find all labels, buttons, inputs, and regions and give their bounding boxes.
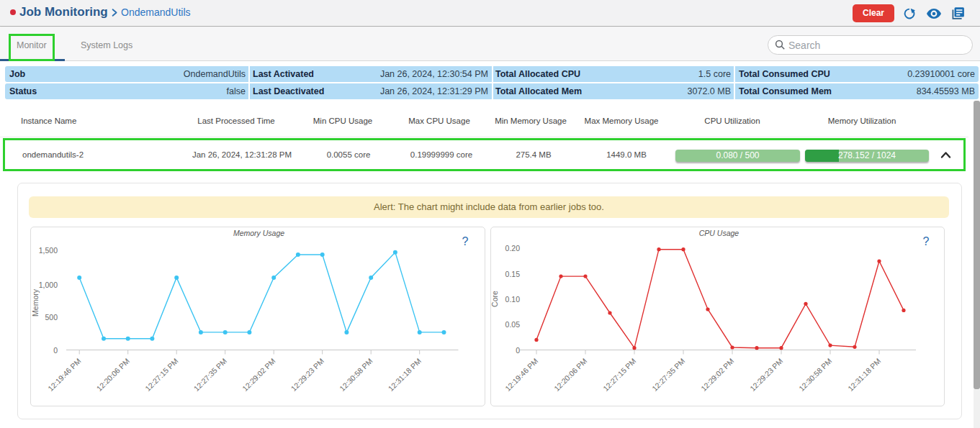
svg-text:0: 0 (53, 345, 58, 354)
svg-text:12:27:35 PM: 12:27:35 PM (650, 356, 687, 393)
svg-text:0: 0 (516, 345, 520, 354)
svg-text:12:30:58 PM: 12:30:58 PM (338, 356, 374, 393)
svg-text:1,500: 1,500 (39, 246, 58, 255)
svg-text:12:29:23 PM: 12:29:23 PM (748, 356, 785, 393)
svg-text:?: ? (462, 235, 469, 247)
svg-text:0.15: 0.15 (505, 269, 521, 278)
svg-text:12:27:15 PM: 12:27:15 PM (601, 356, 638, 393)
svg-text:12:31:18 PM: 12:31:18 PM (387, 356, 423, 393)
svg-text:12:19:46 PM: 12:19:46 PM (46, 356, 83, 393)
svg-text:Memory Usage: Memory Usage (233, 229, 284, 237)
svg-text:12:30:58 PM: 12:30:58 PM (797, 356, 834, 393)
svg-text:0.10: 0.10 (505, 294, 521, 303)
svg-text:12:27:15 PM: 12:27:15 PM (143, 356, 180, 393)
svg-text:Core: Core (490, 290, 499, 306)
svg-text:0.05: 0.05 (505, 320, 521, 329)
svg-text:?: ? (923, 235, 930, 247)
svg-text:12:19:46 PM: 12:19:46 PM (503, 356, 540, 393)
svg-text:CPU Usage: CPU Usage (699, 229, 740, 237)
svg-text:12:20:06 PM: 12:20:06 PM (552, 356, 589, 393)
svg-text:12:20:06 PM: 12:20:06 PM (95, 356, 132, 393)
svg-text:12:29:02 PM: 12:29:02 PM (240, 356, 277, 393)
svg-text:12:31:18 PM: 12:31:18 PM (846, 356, 883, 393)
svg-text:12:29:23 PM: 12:29:23 PM (289, 356, 326, 393)
svg-text:500: 500 (45, 313, 58, 322)
svg-text:Memory: Memory (31, 288, 40, 317)
svg-text:12:29:02 PM: 12:29:02 PM (699, 356, 736, 393)
svg-text:1,000: 1,000 (39, 281, 58, 289)
svg-text:12:27:35 PM: 12:27:35 PM (192, 356, 229, 393)
svg-text:0.20: 0.20 (505, 244, 521, 252)
